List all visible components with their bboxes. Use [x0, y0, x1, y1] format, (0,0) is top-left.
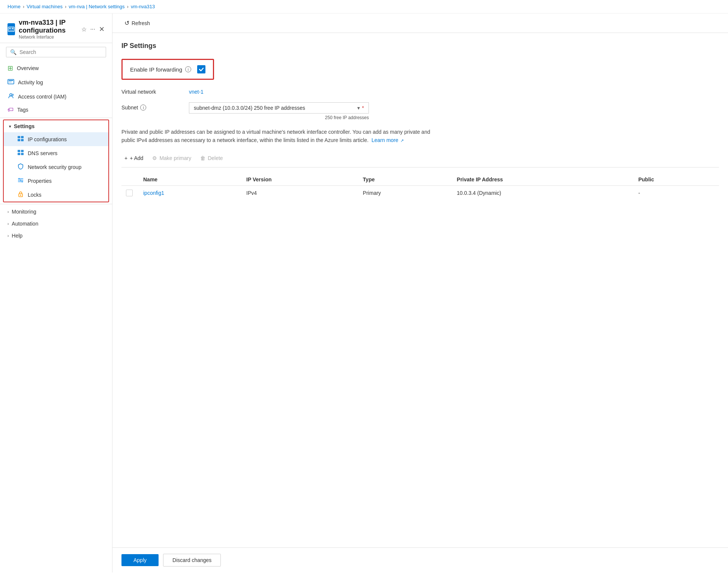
refresh-icon: ↺ [124, 19, 129, 27]
svg-rect-2 [12, 28, 13, 29]
sidebar-item-ip-configurations[interactable]: IP configurations [4, 132, 108, 146]
activity-log-icon [7, 78, 14, 87]
help-label: Help [12, 233, 22, 239]
close-button[interactable]: ✕ [99, 25, 105, 33]
dns-icon [17, 149, 24, 157]
overview-icon: ⊞ [7, 64, 13, 72]
monitoring-label: Monitoring [12, 209, 36, 215]
sidebar-item-monitoring[interactable]: › Monitoring [0, 206, 112, 218]
svg-rect-16 [21, 153, 24, 155]
ip-config-icon [17, 135, 24, 143]
add-button[interactable]: + + Add [121, 154, 146, 163]
action-bar: + + Add ⚙ Make primary 🗑 Delete [121, 154, 719, 167]
settings-section: ▾ Settings IP configurations [3, 120, 109, 202]
subnet-dropdown-arrow: ▾ [357, 105, 360, 111]
settings-chevron-icon: ▾ [9, 124, 11, 129]
breadcrumb-home[interactable]: Home [7, 4, 21, 9]
subnet-label: Subnet i [121, 102, 181, 111]
activity-log-label: Activity log [18, 79, 43, 85]
panel-header: vm-nva313 | IP configurations Network In… [0, 13, 112, 43]
locks-label: Locks [28, 192, 42, 198]
table-col-ip-version: IP Version [240, 173, 357, 186]
svg-rect-9 [18, 136, 20, 138]
sidebar-item-network-security-group[interactable]: Network security group [4, 160, 108, 174]
ip-forwarding-info-icon[interactable]: i [185, 66, 191, 72]
make-primary-button[interactable]: ⚙ Make primary [149, 154, 194, 163]
svg-point-7 [10, 94, 12, 96]
tags-icon: 🏷 [7, 106, 13, 113]
table-col-type: Type [357, 173, 451, 186]
ip-forwarding-checkbox[interactable] [197, 65, 205, 73]
vm-icon [7, 23, 15, 35]
subnet-info-icon[interactable]: i [140, 105, 146, 111]
cell-public: - [632, 185, 719, 200]
ip-config-table: Name IP Version Type Private IP Address … [121, 173, 719, 200]
breadcrumb-vms[interactable]: Virtual machines [27, 4, 63, 9]
sidebar-item-help[interactable]: › Help [0, 230, 112, 242]
access-control-icon [7, 93, 14, 100]
apply-button[interactable]: Apply [121, 554, 159, 566]
tags-label: Tags [17, 107, 28, 113]
discard-changes-button[interactable]: Discard changes [163, 554, 221, 567]
nsg-icon [17, 163, 24, 171]
properties-label: Properties [28, 178, 52, 184]
sidebar-item-locks[interactable]: Locks [4, 188, 108, 202]
sidebar-item-properties[interactable]: Properties [4, 174, 108, 188]
svg-rect-14 [21, 150, 24, 152]
content-toolbar: ↺ Refresh [112, 13, 728, 33]
sidebar-item-access-control[interactable]: Access control (IAM) [0, 90, 112, 103]
svg-rect-11 [18, 139, 20, 141]
sidebar-item-overview[interactable]: ⊞ Overview [0, 61, 112, 75]
sidebar-item-tags[interactable]: 🏷 Tags [0, 103, 112, 116]
svg-rect-13 [18, 150, 20, 152]
sidebar-item-dns-servers[interactable]: DNS servers [4, 146, 108, 160]
footer-bar: Apply Discard changes [112, 547, 728, 573]
learn-more-link[interactable]: Learn more [371, 137, 398, 143]
network-security-group-label: Network security group [28, 164, 81, 170]
table-col-public: Public [632, 173, 719, 186]
svg-rect-10 [21, 136, 24, 138]
add-label: + Add [130, 155, 143, 161]
ip-forwarding-label: Enable IP forwarding i [130, 66, 191, 73]
breadcrumb-vm-nva313[interactable]: vm-nva313 [131, 4, 155, 9]
svg-rect-5 [9, 80, 13, 81]
sidebar-nav: ⊞ Overview Activity log [0, 61, 112, 242]
ipconfig-name-link[interactable]: ipconfig1 [143, 190, 164, 196]
virtual-network-row: Virtual network vnet-1 [121, 89, 719, 95]
dns-servers-label: DNS servers [28, 150, 57, 156]
sidebar-item-activity-log[interactable]: Activity log [0, 75, 112, 90]
cell-ip-version: IPv4 [240, 185, 357, 200]
ip-configurations-label: IP configurations [28, 136, 67, 142]
subnet-field-container: subnet-dmz (10.0.3.0/24) 250 free IP add… [189, 102, 369, 120]
svg-rect-15 [18, 153, 20, 155]
page-title: vm-nva313 | IP configurations [19, 19, 78, 34]
search-input[interactable] [19, 49, 102, 55]
refresh-button[interactable]: ↺ Refresh [121, 18, 153, 28]
page-subtitle: Network Interface [19, 34, 78, 40]
delete-icon: 🗑 [200, 155, 205, 161]
make-primary-icon: ⚙ [152, 155, 157, 161]
more-options-button[interactable]: ··· [90, 26, 95, 33]
favorite-button[interactable]: ☆ [81, 26, 87, 33]
add-icon: + [124, 155, 127, 161]
row-checkbox[interactable] [126, 190, 133, 196]
automation-chevron-icon: › [7, 222, 9, 226]
cell-type: Primary [357, 185, 451, 200]
description-text: Private and public IP addresses can be a… [121, 128, 444, 145]
svg-point-8 [12, 94, 13, 96]
svg-rect-6 [9, 82, 12, 82]
table-col-private-ip: Private IP Address [451, 173, 632, 186]
svg-rect-1 [9, 28, 11, 29]
breadcrumb-network-settings[interactable]: vm-nva | Network settings [69, 4, 124, 9]
monitoring-chevron-icon: › [7, 210, 9, 214]
settings-toggle[interactable]: ▾ Settings [4, 120, 108, 132]
svg-point-24 [20, 195, 21, 196]
sidebar-item-automation[interactable]: › Automation [0, 218, 112, 230]
external-link-icon: ↗ [400, 138, 404, 143]
table-col-name: Name [137, 173, 240, 186]
delete-button[interactable]: 🗑 Delete [197, 154, 226, 163]
subnet-free-ip-hint: 250 free IP addresses [189, 115, 369, 120]
subnet-dropdown[interactable]: subnet-dmz (10.0.3.0/24) 250 free IP add… [189, 102, 369, 114]
virtual-network-link[interactable]: vnet-1 [189, 89, 204, 95]
svg-rect-12 [21, 139, 24, 141]
